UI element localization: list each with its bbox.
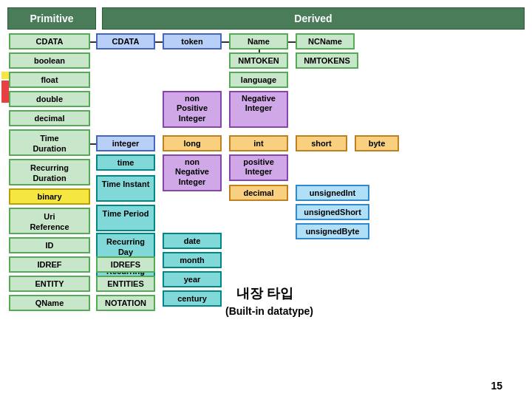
- diagram-area: CDATA boolean float double decimal TimeD…: [7, 33, 510, 395]
- box-token: token: [163, 33, 222, 50]
- box-month: month: [163, 252, 222, 268]
- box-positive-integer: positiveInteger: [229, 154, 288, 181]
- prim-double: double: [9, 91, 90, 107]
- box-negative-integer: Negative Integer: [229, 91, 288, 128]
- box-notation: NOTATION: [96, 295, 155, 311]
- header-row: Primitive Derived: [7, 7, 525, 30]
- box-date: date: [163, 233, 222, 249]
- page-number: 15: [491, 380, 502, 392]
- prim-binary: binary: [9, 188, 90, 205]
- box-year: year: [163, 271, 222, 287]
- prim-float: float: [9, 72, 90, 88]
- header-derived: Derived: [102, 7, 525, 30]
- box-unsigned-int: unsignedInt: [296, 185, 369, 201]
- conn-name-ncname: [288, 41, 296, 43]
- prim-boolean: boolean: [9, 52, 90, 69]
- deco-red: [1, 81, 9, 103]
- box-non-positive-integer: nonPositiveInteger: [163, 91, 222, 128]
- header-primitive: Primitive: [7, 7, 96, 30]
- conn-cdata-token: [155, 41, 163, 43]
- box-recurring-day: Recurring Day: [96, 233, 155, 259]
- prim-id: ID: [9, 237, 90, 253]
- prim-time-duration: TimeDuration: [9, 129, 90, 156]
- deco-yellow: [1, 72, 9, 79]
- box-name: Name: [229, 33, 288, 50]
- box-time: time: [96, 154, 155, 171]
- main-container: Primitive Derived CDATA boolean float do…: [0, 0, 532, 399]
- box-unsigned-byte: unsignedByte: [296, 223, 369, 239]
- korean-text-line1: 내장 타입: [236, 284, 293, 302]
- conn-string-cdata: [90, 41, 96, 43]
- prim-entity: ENTITY: [9, 276, 90, 292]
- prim-qname: QName: [9, 295, 90, 311]
- box-nmtoken: NMTOKEN: [229, 52, 288, 69]
- box-byte: byte: [355, 135, 399, 151]
- prim-string: CDATA: [9, 33, 90, 50]
- box-short: short: [296, 135, 347, 151]
- box-cdata: CDATA: [96, 33, 155, 50]
- box-language: language: [229, 72, 288, 88]
- box-decimal-derived: decimal: [229, 185, 288, 201]
- box-nmtokens: NMTOKENS: [296, 52, 358, 69]
- box-int: int: [229, 135, 288, 151]
- box-non-negative-integer: nonNegativeInteger: [163, 154, 222, 191]
- box-long: long: [163, 135, 222, 151]
- box-integer: integer: [96, 135, 155, 151]
- box-time-period: Time Period: [96, 205, 155, 231]
- prim-uri-reference: UriReference: [9, 208, 90, 234]
- box-idrefs: IDREFS: [96, 256, 155, 273]
- box-ncname: NCName: [296, 33, 355, 50]
- conn-token-name: [222, 41, 229, 43]
- conn-v-nmtoken: [259, 50, 260, 52]
- box-century: century: [163, 290, 222, 307]
- korean-text-line2: (Built-in datatype): [225, 305, 313, 317]
- box-unsigned-short: unsignedShort: [296, 204, 369, 220]
- box-entities: ENTITIES: [96, 276, 155, 292]
- prim-decimal: decimal: [9, 110, 90, 126]
- prim-recurring-duration: RecurringDuration: [9, 159, 90, 185]
- box-time-instant: Time Instant: [96, 175, 155, 202]
- conn-decimal-integer: [90, 143, 96, 145]
- prim-idref: IDREF: [9, 256, 90, 273]
